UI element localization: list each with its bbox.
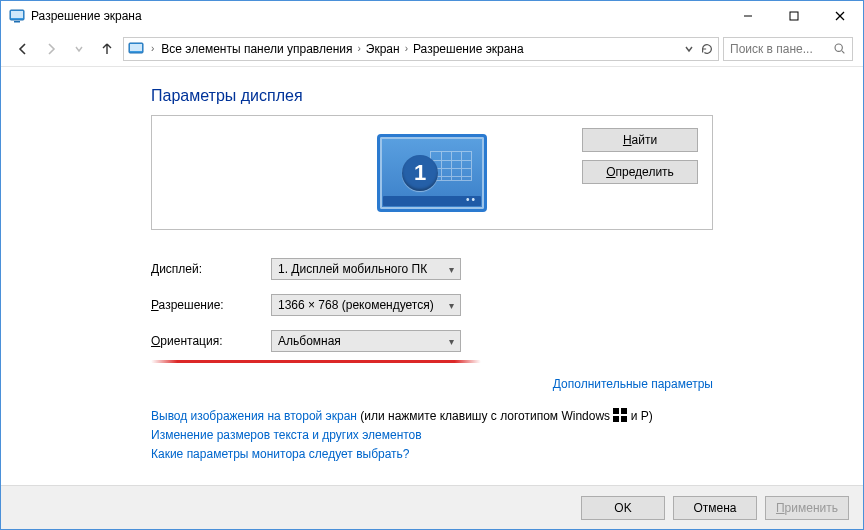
resolution-value: 1366 × 768 (рекомендуется)	[278, 298, 434, 312]
display-value: 1. Дисплей мобильного ПК	[278, 262, 427, 276]
advanced-settings-link[interactable]: Дополнительные параметры	[553, 377, 713, 391]
svg-rect-13	[613, 416, 619, 422]
up-button[interactable]	[95, 37, 119, 61]
monitor-thumbnail[interactable]: 1	[377, 134, 487, 212]
find-button[interactable]: Найти	[582, 128, 698, 152]
monitor-number: 1	[402, 155, 438, 191]
orientation-combo[interactable]: Альбомная ▾	[271, 330, 461, 352]
windows-logo-icon	[613, 408, 627, 422]
bottom-bar: OK Отмена Применить	[1, 485, 863, 529]
chevron-down-icon[interactable]	[684, 44, 694, 54]
monitor-icon	[128, 41, 144, 57]
search-input[interactable]: Поиск в пане...	[723, 37, 853, 61]
display-preview: 1 Найти Определить	[151, 115, 713, 230]
svg-rect-2	[14, 21, 20, 23]
page-heading: Параметры дисплея	[151, 87, 713, 105]
chevron-right-icon: ›	[148, 43, 157, 54]
svg-point-9	[835, 44, 842, 51]
search-placeholder: Поиск в пане...	[730, 42, 833, 56]
display-combo[interactable]: 1. Дисплей мобильного ПК ▾	[271, 258, 461, 280]
cancel-button[interactable]: Отмена	[673, 496, 757, 520]
ok-button[interactable]: OK	[581, 496, 665, 520]
chevron-right-icon: ›	[354, 43, 363, 54]
orientation-label: Ориентация:	[151, 334, 271, 348]
project-tail: и P)	[627, 409, 652, 423]
svg-rect-11	[613, 408, 619, 414]
chevron-down-icon: ▾	[449, 300, 454, 311]
titlebar: Разрешение экрана	[1, 1, 863, 31]
highlight-underline	[151, 360, 481, 363]
recent-dropdown[interactable]	[67, 37, 91, 61]
project-hint: (или нажмите клавишу с логотипом Windows	[357, 409, 613, 423]
content: Параметры дисплея 1 Найти Определить Дис…	[1, 67, 863, 465]
forward-button[interactable]	[39, 37, 63, 61]
detect-button[interactable]: Определить	[582, 160, 698, 184]
project-link[interactable]: Вывод изображения на второй экран	[151, 409, 357, 423]
breadcrumb-item[interactable]: Экран	[366, 42, 400, 56]
chevron-down-icon: ▾	[449, 264, 454, 275]
svg-rect-4	[790, 12, 798, 20]
resolution-label: Разрешение:	[151, 298, 271, 312]
maximize-button[interactable]	[771, 1, 817, 31]
breadcrumb-item[interactable]: Все элементы панели управления	[161, 42, 352, 56]
help-link[interactable]: Какие параметры монитора следует выбрать…	[151, 447, 410, 461]
search-icon	[833, 42, 846, 55]
chevron-down-icon: ▾	[449, 336, 454, 347]
breadcrumb-item[interactable]: Разрешение экрана	[413, 42, 524, 56]
back-button[interactable]	[11, 37, 35, 61]
resolution-combo[interactable]: 1366 × 768 (рекомендуется) ▾	[271, 294, 461, 316]
chevron-right-icon: ›	[402, 43, 411, 54]
refresh-icon[interactable]	[700, 42, 714, 56]
apply-button[interactable]: Применить	[765, 496, 849, 520]
monitor-icon	[9, 8, 25, 24]
svg-rect-1	[11, 11, 23, 18]
navbar: › Все элементы панели управления › Экран…	[1, 31, 863, 67]
text-size-link[interactable]: Изменение размеров текста и других элеме…	[151, 428, 422, 442]
display-label: Дисплей:	[151, 262, 271, 276]
close-button[interactable]	[817, 1, 863, 31]
window: Разрешение экрана › Все элементы панели …	[0, 0, 864, 530]
minimize-button[interactable]	[725, 1, 771, 31]
orientation-value: Альбомная	[278, 334, 341, 348]
address-bar[interactable]: › Все элементы панели управления › Экран…	[123, 37, 719, 61]
window-title: Разрешение экрана	[31, 9, 142, 23]
svg-line-10	[842, 51, 844, 53]
svg-rect-8	[130, 44, 142, 51]
